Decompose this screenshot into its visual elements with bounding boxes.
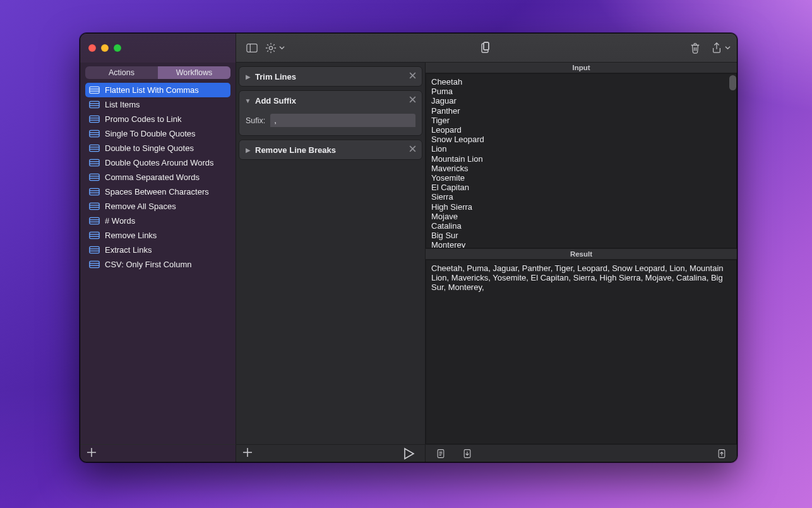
close-icon xyxy=(409,71,417,80)
workflow-item-label: Remove Links xyxy=(105,231,157,240)
document-arrow-down-icon xyxy=(462,449,472,459)
import-input-button[interactable] xyxy=(458,446,476,461)
step-add-suffix: ▼ Add Suffix Sufix: xyxy=(239,90,422,136)
workflow-item[interactable]: Double Quotes Around Words xyxy=(85,155,230,170)
disclosure-triangle[interactable]: ▶ xyxy=(244,147,251,154)
workflow-icon xyxy=(89,173,100,181)
workflow-item[interactable]: Double to Single Quotes xyxy=(85,141,230,155)
svg-rect-42 xyxy=(90,261,99,267)
document-icon xyxy=(436,449,446,459)
svg-rect-9 xyxy=(90,101,99,107)
step-trim-lines: ▶ Trim Lines xyxy=(239,66,422,87)
step-title: Trim Lines xyxy=(255,72,403,82)
remove-step-button[interactable] xyxy=(407,94,418,107)
workflow-icon xyxy=(89,86,100,94)
workflow-item[interactable]: Flatten List With Commas xyxy=(85,83,230,97)
workflow-item[interactable]: Single To Double Quotes xyxy=(85,126,230,141)
chevron-down-icon xyxy=(725,45,731,51)
plus-icon xyxy=(242,447,253,457)
clipboard-button[interactable] xyxy=(475,39,496,57)
input-textarea[interactable]: Cheetah Puma Jaguar Panther Tiger Leopar… xyxy=(426,73,737,248)
workflow-icon xyxy=(89,130,100,138)
workflow-item-label: Extract Links xyxy=(105,245,152,255)
workflow-item-label: CSV: Only First Column xyxy=(105,260,192,269)
workflow-item[interactable]: List Items xyxy=(85,97,230,112)
chevron-down-icon xyxy=(279,45,285,51)
remove-step-button[interactable] xyxy=(407,143,418,157)
step-title: Add Suffix xyxy=(255,96,403,106)
workflow-icon xyxy=(89,159,100,167)
gear-icon xyxy=(265,42,277,54)
workflow-item[interactable]: Remove Links xyxy=(85,228,230,243)
workflow-item[interactable]: Extract Links xyxy=(85,243,230,257)
add-step-button[interactable] xyxy=(242,447,253,460)
export-result-button[interactable] xyxy=(713,446,731,461)
toolbar xyxy=(236,33,737,63)
svg-rect-36 xyxy=(90,232,99,238)
workflow-item-label: Comma Separated Words xyxy=(105,172,200,182)
plus-icon xyxy=(87,447,97,457)
workflow-item-label: # Words xyxy=(105,216,135,226)
svg-rect-4 xyxy=(484,42,489,50)
delete-button[interactable] xyxy=(686,40,705,56)
workflow-item[interactable]: Comma Separated Words xyxy=(85,170,230,184)
disclosure-triangle[interactable]: ▼ xyxy=(244,97,251,104)
share-icon xyxy=(711,42,722,54)
result-textarea[interactable]: Cheetah, Puma, Jaguar, Panther, Tiger, L… xyxy=(426,260,737,444)
workflow-item-label: Single To Double Quotes xyxy=(105,129,196,138)
settings-menu-button[interactable] xyxy=(265,42,285,54)
workflow-icon xyxy=(89,231,100,239)
workflow-item[interactable]: # Words xyxy=(85,214,230,228)
svg-point-2 xyxy=(269,46,272,49)
app-window: Actions Workflows Flatten List With Comm… xyxy=(80,33,737,463)
workflow-list: Flatten List With CommasList ItemsPromo … xyxy=(83,83,233,442)
workflow-icon xyxy=(89,217,100,225)
workflow-icon xyxy=(89,246,100,254)
tab-actions[interactable]: Actions xyxy=(85,66,158,79)
clipboard-icon xyxy=(479,42,492,54)
workflow-icon xyxy=(89,115,100,123)
workflow-icon xyxy=(89,100,100,109)
disclosure-triangle[interactable]: ▶ xyxy=(244,73,251,80)
sidebar-icon xyxy=(246,42,258,54)
io-footer xyxy=(426,444,737,462)
toggle-sidebar-button[interactable] xyxy=(242,40,261,56)
steps-footer xyxy=(236,444,426,462)
workflow-item[interactable]: CSV: Only First Column xyxy=(85,257,230,272)
run-workflow-button[interactable] xyxy=(398,445,419,463)
document-arrow-up-icon xyxy=(717,449,727,459)
workflow-item[interactable]: Remove All Spaces xyxy=(85,199,230,214)
step-title: Remove Line Breaks xyxy=(255,145,403,155)
close-icon xyxy=(409,95,417,104)
copy-input-button[interactable] xyxy=(432,446,450,461)
tab-workflows[interactable]: Workflows xyxy=(158,66,230,79)
suffix-input[interactable] xyxy=(270,114,415,128)
svg-rect-30 xyxy=(90,203,99,209)
zoom-window-button[interactable] xyxy=(114,44,121,52)
minimize-window-button[interactable] xyxy=(101,44,109,52)
svg-rect-33 xyxy=(90,217,99,224)
workflow-icon xyxy=(89,260,100,269)
workflow-icon xyxy=(89,202,100,210)
play-icon xyxy=(402,447,415,460)
result-section-header: Result xyxy=(426,248,737,260)
workflow-item[interactable]: Promo Codes to Link xyxy=(85,112,230,126)
svg-rect-27 xyxy=(90,188,99,195)
share-menu-button[interactable] xyxy=(711,42,731,54)
add-workflow-button[interactable] xyxy=(87,447,97,460)
svg-rect-6 xyxy=(90,87,99,93)
workflow-item-label: Double Quotes Around Words xyxy=(105,158,213,167)
io-panel: Input Cheetah Puma Jaguar Panther Tiger … xyxy=(426,63,737,444)
close-icon xyxy=(409,145,417,153)
svg-rect-12 xyxy=(90,116,99,122)
suffix-field-label: Sufix: xyxy=(246,116,265,125)
svg-rect-24 xyxy=(90,174,99,180)
titlebar-sidebar xyxy=(80,33,236,63)
workflow-item[interactable]: Spaces Between Characters xyxy=(85,184,230,199)
close-window-button[interactable] xyxy=(88,44,96,52)
svg-rect-21 xyxy=(90,159,99,166)
workflow-item-label: Spaces Between Characters xyxy=(105,187,209,197)
svg-marker-55 xyxy=(405,449,414,459)
remove-step-button[interactable] xyxy=(407,70,418,83)
sidebar-footer xyxy=(80,444,236,462)
